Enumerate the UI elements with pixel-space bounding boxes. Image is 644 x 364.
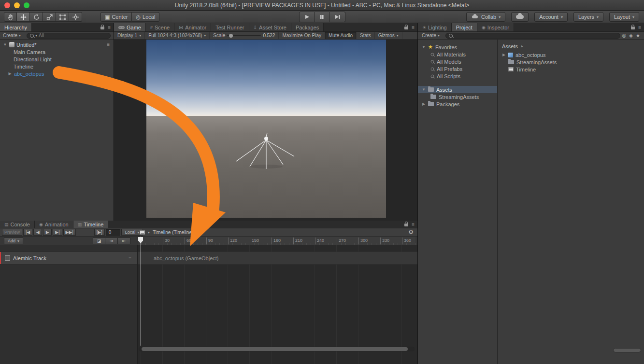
project-create-dropdown[interactable]: Create ▾ <box>418 33 442 38</box>
zoom-window-button[interactable] <box>24 2 29 8</box>
tab-animation[interactable]: ◉ Animation <box>35 221 73 228</box>
scale-slider[interactable]: Scale 0.522 <box>210 32 278 39</box>
display-dropdown[interactable]: Display 1 ▾ <box>114 32 145 39</box>
asset-streamingassets[interactable]: StreamingAssets <box>498 58 644 66</box>
favorite-all-prefabs[interactable]: All Prefabs <box>418 65 497 72</box>
foldout-icon[interactable]: ▶ <box>422 102 426 106</box>
game-viewport[interactable] <box>146 40 386 218</box>
panel-menu-icon[interactable]: ≡ <box>638 25 641 30</box>
tab-hierarchy[interactable]: Hierarchy <box>0 23 32 31</box>
replace-mode-button[interactable]: ⇤ <box>118 238 130 244</box>
hierarchy-item-directional-light[interactable]: Directional Light <box>0 56 114 63</box>
alembic-clip-row[interactable]: abc_octopus (GameObject) <box>138 252 417 265</box>
horizontal-scrollbar-thumb[interactable] <box>613 348 641 352</box>
favorite-all-models[interactable]: All Models <box>418 58 497 65</box>
tab-packages[interactable]: Packages <box>291 23 324 31</box>
rect-tool-button[interactable] <box>56 12 69 22</box>
tab-scene[interactable]: # Scene <box>146 23 174 31</box>
layers-button[interactable]: Layers ▾ <box>573 12 603 22</box>
create-dropdown[interactable]: Create ▾ <box>0 33 23 38</box>
search-by-type-icon[interactable]: ◎ <box>622 33 627 38</box>
maximize-on-play-toggle[interactable]: Maximize On Play <box>278 32 325 39</box>
account-button[interactable]: Account ▾ <box>534 12 568 22</box>
tab-timeline[interactable]: ▥ Timeline <box>73 221 109 228</box>
hierarchy-item-abc-octopus[interactable]: ▶ abc_octopus <box>0 70 114 77</box>
space-mode-button[interactable]: ◎ Local <box>132 12 159 22</box>
mix-mode-button[interactable]: ◪ <box>93 238 105 244</box>
previous-frame-button[interactable]: ◀ <box>33 229 42 236</box>
foldout-icon[interactable]: ▶ <box>502 53 506 57</box>
asset-timeline[interactable]: Timeline <box>498 66 644 73</box>
timeline-horizontal-scrollbar[interactable] <box>139 347 415 351</box>
layout-button[interactable]: Layout ▾ <box>609 12 639 22</box>
tab-asset-store[interactable]: ⇩ Asset Store <box>249 23 291 31</box>
close-window-button[interactable] <box>4 2 10 8</box>
scrollbar-thumb[interactable] <box>142 347 408 351</box>
search-by-label-icon[interactable]: ◈ <box>629 33 633 38</box>
step-button[interactable] <box>330 12 345 22</box>
tree-folder-assets[interactable]: ▼ Assets <box>418 86 497 93</box>
hierarchy-search-input[interactable]: ▾ All <box>27 33 111 39</box>
scene-menu-icon[interactable]: ≡ <box>107 42 114 47</box>
tab-game[interactable]: Game <box>114 23 146 31</box>
mute-audio-toggle[interactable]: Mute Audio <box>325 32 357 39</box>
tab-test-runner[interactable]: Test Runner <box>211 23 249 31</box>
scene-header-row[interactable]: ▼ Untitled* ≡ <box>0 41 114 48</box>
hierarchy-item-timeline[interactable]: Timeline <box>0 63 114 70</box>
gear-icon[interactable]: ⚙ <box>408 229 414 236</box>
pause-button[interactable] <box>315 12 330 22</box>
play-button[interactable] <box>299 12 315 22</box>
tab-console[interactable]: ▤ Console <box>0 221 35 228</box>
scale-slider-knob[interactable] <box>229 34 233 38</box>
preview-toggle-button[interactable]: Preview <box>2 229 22 236</box>
foldout-icon[interactable]: ▶ <box>8 71 12 76</box>
panel-menu-icon[interactable]: ≡ <box>108 25 111 30</box>
hand-tool-button[interactable] <box>4 12 17 22</box>
tree-folder-streamingassets[interactable]: StreamingAssets <box>418 93 497 100</box>
timeline-ruler[interactable]: 30 60 90 120 150 180 210 240 270 300 330… <box>138 237 415 245</box>
pivot-mode-button[interactable]: ▣ Center <box>100 12 132 22</box>
track-menu-icon[interactable]: ≡ <box>129 256 137 261</box>
current-frame-field[interactable]: 0 <box>106 229 120 236</box>
next-frame-button[interactable]: ▶| <box>53 229 62 236</box>
favorites-root[interactable]: ▼ ★ Favorites <box>418 43 497 51</box>
foldout-icon[interactable]: ▼ <box>422 87 426 92</box>
project-search-input[interactable] <box>445 33 620 39</box>
move-tool-button[interactable] <box>17 12 30 22</box>
timeline-play-button[interactable]: ▶ <box>43 229 52 236</box>
tab-inspector[interactable]: ◉ Inspector <box>477 23 514 31</box>
favorites-filter-icon[interactable]: ★ <box>636 33 640 38</box>
lock-icon[interactable] <box>100 27 104 29</box>
timeline-asset-name[interactable]: Timeline (Timeline) <box>153 230 193 235</box>
chevron-down-icon[interactable]: ▾ <box>148 230 150 235</box>
favorite-all-materials[interactable]: All Materials <box>418 51 497 58</box>
cloud-services-button[interactable] <box>511 12 529 22</box>
playhead-line[interactable] <box>141 237 141 346</box>
rotate-tool-button[interactable] <box>30 12 43 22</box>
asset-abc-octopus[interactable]: ▶ abc_octopus <box>498 51 644 58</box>
foldout-icon[interactable]: ▼ <box>422 45 426 49</box>
scale-slider-rail[interactable] <box>227 35 261 36</box>
gizmos-dropdown[interactable]: Gizmos ▾ <box>375 32 402 39</box>
hierarchy-item-main-camera[interactable]: Main Camera <box>0 48 114 56</box>
collab-button[interactable]: Collab ▾ <box>466 12 505 22</box>
stats-toggle[interactable]: Stats <box>357 32 375 39</box>
tab-animator[interactable]: ⋈ Animator <box>174 23 211 31</box>
play-range-toggle[interactable]: [▶] <box>94 229 105 236</box>
alembic-track-header[interactable]: Alembic Track ≡ <box>0 252 137 265</box>
favorite-all-scripts[interactable]: All Scripts <box>418 72 497 80</box>
ripple-mode-button[interactable]: ⇥ <box>105 238 118 244</box>
transform-tool-button[interactable] <box>69 12 82 22</box>
aspect-dropdown[interactable]: Full 1024 4:3 (1024x768) ▾ <box>145 32 210 39</box>
add-track-button[interactable]: Add ▾ <box>4 238 23 244</box>
tree-folder-packages[interactable]: ▶ Packages <box>418 100 497 108</box>
lock-icon[interactable] <box>631 27 635 29</box>
lock-icon[interactable] <box>404 27 408 29</box>
goto-end-button[interactable]: ▶▶| <box>63 229 76 236</box>
minimize-window-button[interactable] <box>14 2 20 8</box>
foldout-icon[interactable]: ▼ <box>3 42 7 47</box>
lock-icon[interactable] <box>404 224 408 226</box>
tab-lighting[interactable]: ☀ Lighting <box>418 23 452 31</box>
tab-project[interactable]: Project <box>452 23 477 31</box>
goto-start-button[interactable]: |◀ <box>23 229 32 236</box>
